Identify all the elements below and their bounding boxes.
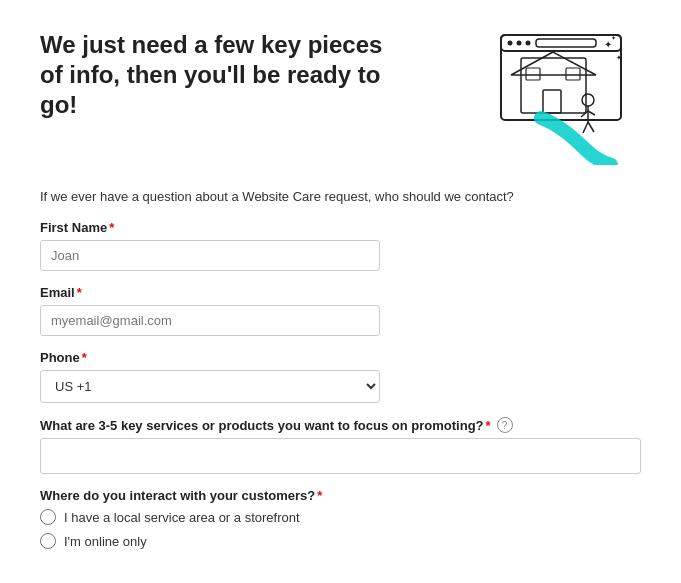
svg-line-13 xyxy=(581,111,588,117)
email-label: Email* xyxy=(40,285,641,300)
illustration-svg: ✦ ✦ ✦ xyxy=(496,30,641,165)
radio-label-local[interactable]: I have a local service area or a storefr… xyxy=(40,509,641,525)
svg-point-2 xyxy=(508,41,513,46)
svg-point-4 xyxy=(526,41,531,46)
radio-local-text: I have a local service area or a storefr… xyxy=(64,510,300,525)
svg-text:✦: ✦ xyxy=(611,35,616,41)
first-name-input[interactable] xyxy=(40,240,380,271)
phone-group: Phone* US +1 CA +1 GB +44 AU +61 xyxy=(40,350,641,403)
phone-required: * xyxy=(82,350,87,365)
page-container: We just need a few key pieces of info, t… xyxy=(0,0,681,583)
phone-country-select[interactable]: US +1 CA +1 GB +44 AU +61 xyxy=(40,370,380,403)
radio-label-online[interactable]: I'm online only xyxy=(40,533,641,549)
svg-rect-10 xyxy=(566,68,580,80)
interaction-radio-group: I have a local service area or a storefr… xyxy=(40,509,641,549)
phone-label: Phone* xyxy=(40,350,641,365)
services-input[interactable] xyxy=(40,438,641,474)
customer-interaction-group: Where do you interact with your customer… xyxy=(40,488,641,549)
main-form: First Name* Email* Phone* US +1 CA +1 GB… xyxy=(40,220,641,583)
services-group: What are 3-5 key services or products yo… xyxy=(40,417,641,474)
services-required: * xyxy=(486,418,491,433)
radio-local[interactable] xyxy=(40,509,56,525)
form-subtitle: If we ever have a question about a Websi… xyxy=(40,189,641,204)
svg-rect-7 xyxy=(543,90,561,113)
services-label: What are 3-5 key services or products yo… xyxy=(40,418,491,433)
svg-marker-8 xyxy=(511,52,596,75)
first-name-group: First Name* xyxy=(40,220,641,271)
email-required: * xyxy=(77,285,82,300)
email-input[interactable] xyxy=(40,305,380,336)
svg-point-11 xyxy=(582,94,594,106)
email-group: Email* xyxy=(40,285,641,336)
svg-line-14 xyxy=(588,111,595,115)
first-name-required: * xyxy=(109,220,114,235)
svg-line-16 xyxy=(588,122,594,132)
svg-rect-9 xyxy=(526,68,540,80)
customer-interaction-label: Where do you interact with your customer… xyxy=(40,488,641,503)
svg-text:✦: ✦ xyxy=(616,54,622,61)
radio-online[interactable] xyxy=(40,533,56,549)
header-illustration: ✦ ✦ ✦ xyxy=(496,30,641,165)
svg-point-3 xyxy=(517,41,522,46)
svg-line-15 xyxy=(583,122,588,133)
radio-online-text: I'm online only xyxy=(64,534,147,549)
first-name-label: First Name* xyxy=(40,220,641,235)
page-title: We just need a few key pieces of info, t… xyxy=(40,30,410,120)
services-label-row: What are 3-5 key services or products yo… xyxy=(40,417,641,433)
header-section: We just need a few key pieces of info, t… xyxy=(40,30,641,165)
interaction-required: * xyxy=(317,488,322,503)
services-help-icon[interactable]: ? xyxy=(497,417,513,433)
svg-rect-5 xyxy=(536,39,596,47)
svg-rect-6 xyxy=(521,58,586,113)
